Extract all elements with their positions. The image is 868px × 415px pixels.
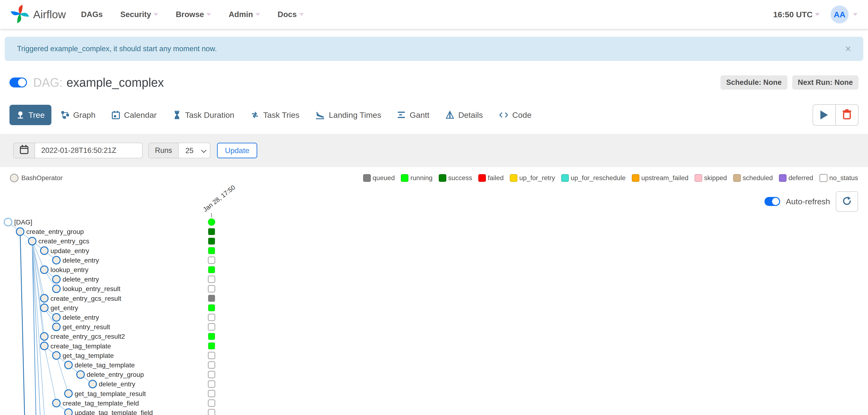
tab-tree[interactable]: Tree bbox=[9, 105, 52, 125]
task-status-square-create_entry_gcs[interactable] bbox=[208, 238, 215, 244]
update-button[interactable]: Update bbox=[217, 143, 257, 158]
task-node-get_tag_template_result[interactable] bbox=[65, 390, 72, 397]
avatar[interactable]: AA bbox=[831, 5, 848, 24]
task-node-get_entry_result[interactable] bbox=[53, 323, 60, 331]
auto-refresh-toggle[interactable] bbox=[765, 197, 780, 206]
status-swatch-skipped bbox=[694, 174, 702, 182]
task-status-square-update_tag_template_field[interactable] bbox=[208, 409, 215, 415]
delete-dag-button[interactable] bbox=[835, 104, 859, 126]
auto-refresh-label: Auto-refresh bbox=[786, 197, 830, 206]
task-status-square-get_tag_template_result[interactable] bbox=[208, 390, 215, 397]
task-node-delete_entry[interactable] bbox=[53, 275, 60, 283]
task-node-get_entry[interactable] bbox=[40, 304, 48, 312]
task-label-create_entry_gcs[interactable]: create_entry_gcs bbox=[38, 237, 89, 245]
task-label-create_tag_template[interactable]: create_tag_template bbox=[51, 343, 111, 350]
base-date-input[interactable] bbox=[35, 143, 143, 158]
tab-calendar[interactable]: Calendar bbox=[105, 105, 163, 125]
task-status-square-create_tag_template_field[interactable] bbox=[208, 400, 215, 407]
task-label-delete_entry[interactable]: delete_entry bbox=[63, 276, 99, 283]
toggle-knob bbox=[18, 79, 26, 87]
task-label-delete_tag_template[interactable]: delete_tag_template bbox=[74, 361, 135, 369]
task-label-get_entry[interactable]: get_entry bbox=[51, 304, 78, 312]
task-node-delete_entry[interactable] bbox=[53, 314, 60, 321]
nav-item-browse[interactable]: Browse bbox=[176, 10, 211, 19]
task-label-create_entry_gcs_result2[interactable]: create_entry_gcs_result2 bbox=[51, 333, 125, 340]
airflow-brand[interactable]: Airflow bbox=[10, 4, 66, 24]
task-node-delete_tag_template[interactable] bbox=[65, 361, 72, 369]
task-node-lookup_entry_result[interactable] bbox=[53, 285, 60, 293]
task-node-create_tag_template[interactable] bbox=[40, 342, 48, 350]
task-label-[DAG][interactable]: [DAG] bbox=[14, 218, 32, 226]
task-label-delete_entry[interactable]: delete_entry bbox=[63, 257, 99, 264]
task-label-create_entry_gcs_result[interactable]: create_entry_gcs_result bbox=[51, 295, 121, 302]
brand-name: Airflow bbox=[33, 8, 66, 21]
task-status-square-create_entry_gcs_result2[interactable] bbox=[208, 333, 215, 339]
task-node-update_entry[interactable] bbox=[40, 247, 48, 255]
task-node-create_tag_template_field[interactable] bbox=[53, 399, 60, 407]
task-status-square-delete_entry_group[interactable] bbox=[208, 371, 215, 378]
task-node-create_entry_group[interactable] bbox=[17, 228, 24, 235]
tab-graph[interactable]: Graph bbox=[54, 105, 102, 125]
task-status-square-get_tag_template[interactable] bbox=[208, 352, 215, 359]
tab-gantt[interactable]: Gantt bbox=[391, 105, 436, 125]
task-node-delete_entry[interactable] bbox=[89, 380, 96, 388]
num-runs-select[interactable]: 25 bbox=[179, 143, 210, 158]
dag-run-status-circle[interactable] bbox=[208, 218, 215, 226]
tab-task-duration[interactable]: Task Duration bbox=[166, 105, 241, 125]
task-status-square-delete_entry[interactable] bbox=[208, 314, 215, 321]
task-label-get_tag_template[interactable]: get_tag_template bbox=[63, 352, 114, 359]
refresh-button[interactable] bbox=[836, 191, 858, 212]
nav-item-docs[interactable]: Docs bbox=[278, 10, 304, 19]
task-status-square-delete_entry[interactable] bbox=[208, 257, 215, 264]
task-label-delete_entry_group[interactable]: delete_entry_group bbox=[87, 371, 144, 378]
task-status-square-delete_entry[interactable] bbox=[208, 381, 215, 387]
task-node-create_entry_gcs[interactable] bbox=[28, 237, 36, 245]
task-status-square-lookup_entry_result[interactable] bbox=[208, 285, 215, 292]
task-label-lookup_entry_result[interactable]: lookup_entry_result bbox=[63, 285, 121, 293]
task-label-update_entry[interactable]: update_entry bbox=[51, 247, 89, 255]
clock-menu[interactable]: 16:50 UTC bbox=[773, 10, 820, 19]
task-status-square-create_entry_group[interactable] bbox=[208, 228, 215, 235]
task-status-square-get_entry[interactable] bbox=[208, 304, 215, 311]
task-status-square-update_entry[interactable] bbox=[208, 247, 215, 254]
task-node-create_entry_gcs_result[interactable] bbox=[40, 295, 48, 302]
dag-pause-toggle[interactable] bbox=[9, 78, 27, 87]
task-node-lookup_entry[interactable] bbox=[40, 266, 48, 273]
status-swatch-no_status bbox=[819, 174, 828, 182]
tab-landing-times[interactable]: Landing Times bbox=[309, 105, 388, 125]
tab-code[interactable]: Code bbox=[492, 105, 538, 125]
tab-details[interactable]: Details bbox=[439, 105, 490, 125]
nav-item-security[interactable]: Security bbox=[120, 10, 158, 19]
task-status-square-create_tag_template[interactable] bbox=[208, 343, 215, 349]
task-status-square-delete_tag_template[interactable] bbox=[208, 362, 215, 368]
task-node-delete_entry_group[interactable] bbox=[77, 371, 84, 378]
status-swatch-queued bbox=[363, 174, 371, 182]
task-label-update_tag_template_field[interactable]: update_tag_template_field bbox=[74, 409, 153, 415]
task-status-square-create_entry_gcs_result[interactable] bbox=[208, 295, 215, 302]
task-node-update_tag_template_field[interactable] bbox=[65, 409, 72, 415]
dag-root-node[interactable] bbox=[4, 218, 12, 226]
task-label-create_tag_template_field[interactable]: create_tag_template_field bbox=[63, 399, 139, 407]
nav-item-admin[interactable]: Admin bbox=[228, 10, 260, 19]
task-label-get_tag_template_result[interactable]: get_tag_template_result bbox=[74, 390, 146, 397]
task-label-delete_entry[interactable]: delete_entry bbox=[63, 314, 99, 321]
task-status-square-delete_entry[interactable] bbox=[208, 276, 215, 283]
nav-item-dags[interactable]: DAGs bbox=[81, 10, 103, 19]
alert-banner: Triggered example_complex, it should sta… bbox=[5, 37, 863, 61]
task-node-delete_entry[interactable] bbox=[53, 257, 60, 264]
status-legend-item-queued: queued bbox=[363, 174, 395, 182]
status-legend-item-running: running bbox=[401, 174, 432, 182]
task-label-create_entry_group[interactable]: create_entry_group bbox=[26, 228, 84, 235]
legend-row: BashOperator queuedrunningsuccessfailedu… bbox=[0, 170, 868, 186]
task-status-square-get_entry_result[interactable] bbox=[208, 324, 215, 330]
task-node-get_tag_template[interactable] bbox=[53, 352, 60, 359]
task-status-square-lookup_entry[interactable] bbox=[208, 266, 215, 273]
close-icon[interactable]: × bbox=[845, 44, 851, 54]
trigger-dag-button[interactable] bbox=[812, 104, 836, 126]
task-label-delete_entry[interactable]: delete_entry bbox=[99, 380, 135, 388]
task-node-create_entry_gcs_result2[interactable] bbox=[40, 332, 48, 340]
chevron-down-icon bbox=[299, 13, 304, 16]
tab-task-tries[interactable]: Task Tries bbox=[244, 105, 306, 125]
task-label-lookup_entry[interactable]: lookup_entry bbox=[51, 266, 88, 273]
task-label-get_entry_result[interactable]: get_entry_result bbox=[63, 323, 110, 331]
